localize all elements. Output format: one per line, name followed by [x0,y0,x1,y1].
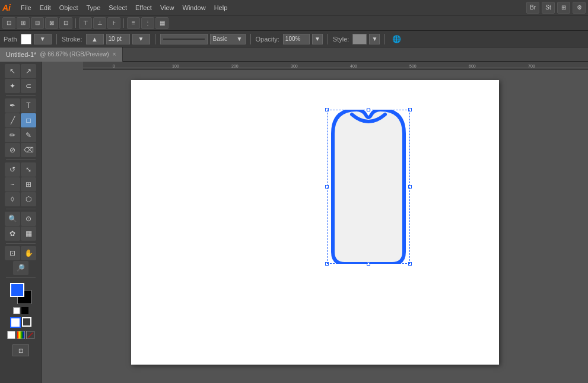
pencil-tool[interactable]: ✎ [21,128,36,142]
svg-text:500: 500 [409,64,417,68]
menu-help[interactable]: Help [210,3,232,12]
stroke-dropdown[interactable]: ▼ [132,34,150,44]
distribute-v-btn[interactable]: ⋮ [141,17,154,29]
align-right-btn[interactable]: ⊡ [59,17,72,29]
left-toolbar: ↖ ↗ ✦ ⊂ ✒ T ╱ □ ✏ ✎ ⊘ ⌫ ↺ ⤡ ~ [0,62,42,383]
eyedropper-tool[interactable]: 🔍 [5,212,20,226]
menu-window[interactable]: Window [179,3,210,12]
align-bottom-btn[interactable]: ⊦ [107,17,120,29]
select-tool[interactable]: ↖ [5,64,20,78]
align-center-btn[interactable]: ⊠ [45,17,58,29]
swap-colors-btn[interactable] [21,307,28,314]
grid-layout-btn[interactable]: ⊞ [557,2,570,14]
rotate-tool[interactable]: ↺ [5,162,20,177]
svg-text:300: 300 [291,64,298,68]
lasso-tool[interactable]: ⊂ [21,79,36,93]
direct-select-tool[interactable]: ↗ [21,64,36,78]
zoom-tool[interactable]: 🔎 [13,261,28,275]
stroke-up-btn[interactable]: ▲ [86,34,104,44]
gradient-mode-btn[interactable] [17,331,25,339]
menu-object[interactable]: Object [55,3,82,12]
handle-ml[interactable] [325,185,329,189]
style-dropdown-btn[interactable]: ▼ [369,34,380,44]
style-swatch[interactable] [352,34,367,44]
distribute-h-btn[interactable]: ≡ [127,17,140,29]
stroke-style-preview[interactable] [160,34,208,44]
align-middle-btn[interactable]: ⊥ [93,17,106,29]
stock-btn[interactable]: St [542,2,555,14]
artboard-panel-btn[interactable]: ⊡ [12,344,29,356]
options-bar: Path ▼ Stroke: ▲ ▼ Basic ▼ Opacity: ▼ St… [0,31,588,47]
main-layout: ↖ ↗ ✦ ⊂ ✒ T ╱ □ ✏ ✎ ⊘ ⌫ ↺ ⤡ ~ [0,62,588,383]
menu-type[interactable]: Type [82,3,105,12]
magic-wand-tool[interactable]: ✦ [5,79,20,93]
line-tool[interactable]: ╱ [5,113,20,127]
symbol-sprayer-tool[interactable]: ✿ [5,226,20,241]
handle-br[interactable] [408,262,412,266]
column-graph-tool[interactable]: ▦ [21,226,36,241]
menu-bar: Ai File Edit Object Type Select Effect V… [0,0,588,15]
svg-rect-0 [83,62,588,70]
handle-tc[interactable] [367,108,370,111]
reset-colors-btn[interactable] [13,307,20,314]
style-label: Style: [333,36,349,43]
foreground-swatch[interactable] [10,283,24,297]
align-top-btn[interactable]: ⊤ [79,17,92,29]
stroke-mode-btn[interactable] [22,317,31,327]
tab-subtitle: @ 66.67% (RGB/Preview) [40,51,109,58]
bridge-btn[interactable]: Br [526,2,539,14]
top-icon-toolbar: ⊡ ⊞ ⊟ ⊠ ⊡ ⊤ ⊥ ⊦ ≡ ⋮ ▦ [0,15,588,31]
menu-select[interactable]: Select [104,3,131,12]
rect-tool[interactable]: □ [21,113,36,127]
handle-bc[interactable] [367,262,370,266]
art-mode-btn[interactable]: ⚙ [573,2,586,14]
free-transform-tool[interactable]: ⊞ [21,177,36,192]
menu-file[interactable]: File [17,3,36,12]
shape-builder-tool[interactable]: ◊ [5,192,20,206]
type-tool[interactable]: T [21,98,36,113]
basic-dropdown[interactable]: Basic ▼ [210,34,246,44]
opacity-dropdown-btn[interactable]: ▼ [312,34,323,44]
fill-swatch[interactable] [21,34,31,44]
perspective-grid-tool[interactable]: ⬡ [21,192,36,206]
align-left-btn[interactable]: ⊟ [31,17,44,29]
fill-mode-btn[interactable] [10,317,21,328]
globe-icon[interactable]: 🌐 [390,34,403,44]
handle-bl[interactable] [325,262,329,266]
blend-tool[interactable]: ⊙ [21,212,36,226]
handle-tr[interactable] [408,108,412,111]
svg-text:0: 0 [113,64,115,68]
menu-view[interactable]: View [156,3,179,12]
document-tab[interactable]: Untitled-1* @ 66.67% (RGB/Preview) × [0,47,123,62]
opacity-label: Opacity: [256,36,279,43]
artboard-tool[interactable]: ⊡ [5,246,20,260]
path-label: Path [4,36,17,43]
fg-bg-swatches[interactable] [10,283,31,304]
chart-icon-btn[interactable]: ▦ [155,17,169,29]
shape-object[interactable] [327,110,410,264]
canvas-area[interactable]: 0 100 200 300 400 500 600 700 [42,62,588,383]
warp-tool[interactable]: ~ [5,177,20,192]
fill-dropdown[interactable]: ▼ [34,34,52,44]
color-mode-btn[interactable] [7,331,15,339]
none-mode-btn[interactable] [26,331,34,339]
eraser-tool[interactable]: ⌫ [21,143,36,157]
paintbrush-tool[interactable]: ✏ [5,128,20,142]
hand-tool[interactable]: ✋ [21,246,36,260]
horizontal-ruler: 0 100 200 300 400 500 600 700 [83,62,588,70]
basic-label: Basic [213,36,227,42]
stroke-value-input[interactable] [106,34,130,44]
pen-tool[interactable]: ✒ [5,98,20,113]
blob-brush-tool[interactable]: ⊘ [5,143,20,157]
opacity-input[interactable] [283,34,310,44]
svg-text:200: 200 [231,64,239,68]
scale-tool[interactable]: ⤡ [21,162,36,177]
tab-close-btn[interactable]: × [113,51,116,58]
handle-mr[interactable] [408,185,412,189]
menu-effect[interactable]: Effect [131,3,156,12]
handle-tl[interactable] [325,108,329,111]
arrange-btn[interactable]: ⊞ [17,17,30,29]
svg-text:700: 700 [528,64,535,68]
new-artboard-btn[interactable]: ⊡ [2,17,15,29]
menu-edit[interactable]: Edit [36,3,55,12]
